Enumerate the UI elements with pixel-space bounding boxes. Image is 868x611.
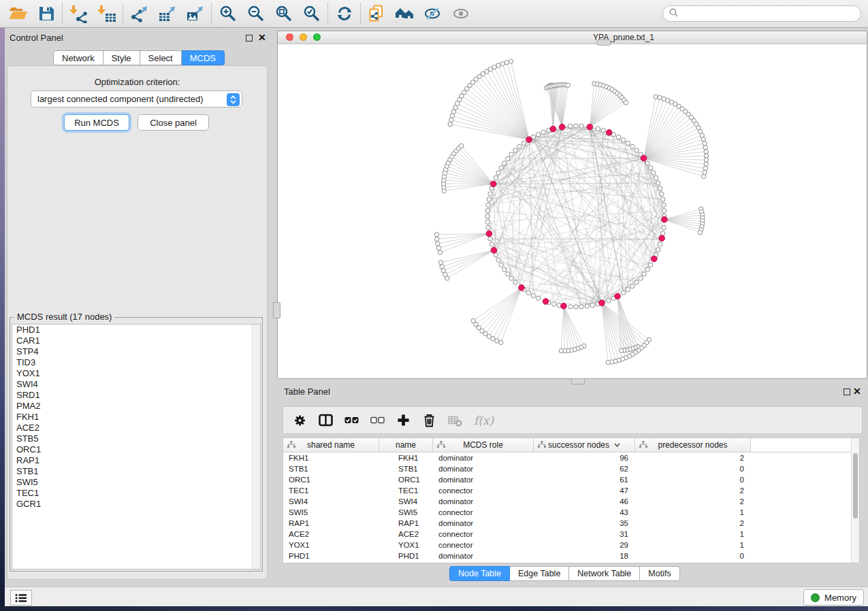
cell-shared-name: SWI5 [283,508,379,516]
table-row[interactable]: SWI5SWI5connector431 [283,507,859,518]
control-panel-close-icon[interactable]: ✕ [258,33,266,42]
save-session-icon[interactable] [32,2,60,25]
node-table: shared namenameMCDS rolesuccessor nodesp… [283,437,860,563]
zoom-selected-icon[interactable] [298,2,325,25]
mcds-result-item[interactable]: GCR1 [12,499,260,510]
deselect-all-icon[interactable] [370,413,385,428]
mcds-result-item[interactable]: SWI4 [12,379,260,390]
table-panel-close-icon[interactable]: ✕ [853,386,861,396]
table-row[interactable]: YOX1YOX1connector291 [283,540,859,550]
table-row[interactable]: RAP1RAP1dominator352 [283,518,859,529]
clone-network-icon[interactable] [363,2,391,25]
mcds-result-item[interactable]: SRD1 [12,390,260,401]
tab-node-table[interactable]: Node Table [449,566,510,581]
import-table-icon[interactable] [93,2,120,25]
zoom-out-icon[interactable] [242,2,270,25]
cell-mcds-role: dominator [433,552,534,560]
tab-select[interactable]: Select [140,50,182,65]
bottom-splitter-handle[interactable] [571,378,585,384]
column-header-name[interactable]: name [379,438,433,452]
zoom-traffic-light[interactable] [313,33,321,41]
column-header-mcds-role[interactable]: MCDS role [433,438,534,452]
mcds-list-scrollbar[interactable] [252,325,260,569]
table-row[interactable]: PHD1PHD1dominator180 [283,550,859,561]
mcds-result-item[interactable]: PMA2 [12,401,260,412]
tab-edge-table[interactable]: Edge Table [510,566,569,581]
column-header-successor-nodes[interactable]: successor nodes [534,438,635,452]
run-mcds-button[interactable]: Run MCDS [64,114,129,131]
search-input[interactable] [682,7,861,20]
hierarchy-icon [639,441,647,450]
mcds-result-list[interactable]: PHD1CAR1STP4TID3YOX1SWI4SRD1PMA2FKH1ACE2… [12,324,261,569]
mcds-result-title: MCDS result (17 nodes) [14,312,114,322]
function-builder-icon[interactable]: f(x) [474,413,494,428]
split-view-icon[interactable] [319,413,333,428]
table-row[interactable]: ORC1ORC1dominator610 [283,474,859,485]
memory-label: Memory [824,593,856,603]
table-scrollbar-thumb[interactable] [853,453,858,518]
table-row[interactable]: FKH1FKH1dominator962 [283,452,859,463]
mcds-result-item[interactable]: ACE2 [12,423,260,433]
table-panel-float-icon[interactable] [843,389,850,395]
mcds-result-item[interactable]: PHD1 [12,325,260,335]
search-box[interactable] [662,5,861,22]
cell-mcds-role: dominator [433,454,534,462]
network-canvas[interactable] [278,44,867,378]
mcds-result-item[interactable]: TID3 [12,357,260,368]
cell-name: SWI5 [379,508,433,516]
mcds-result-item[interactable]: ORC1 [12,444,260,455]
zoom-in-icon[interactable] [214,2,242,25]
mcds-result-item[interactable]: TEC1 [12,488,260,499]
tab-mcds[interactable]: MCDS [182,50,225,65]
tab-style[interactable]: Style [103,50,140,65]
table-row[interactable]: ACE2ACE2connector311 [283,529,859,540]
close-panel-button[interactable]: Close panel [138,114,209,131]
task-history-button[interactable] [10,590,32,606]
settings-icon[interactable] [293,413,307,428]
open-file-icon[interactable] [4,2,32,25]
add-column-icon[interactable] [396,413,411,428]
memory-button[interactable]: Memory [803,589,864,606]
import-network-icon[interactable] [65,2,93,25]
mcds-result-item[interactable]: STB5 [12,433,260,444]
table-scrollbar[interactable] [851,438,859,563]
tab-network[interactable]: Network [53,50,103,65]
tab-network-table[interactable]: Network Table [569,566,640,581]
mcds-result-item[interactable]: SWI5 [12,477,260,488]
panel-splitter-handle[interactable] [273,302,280,318]
mcds-result-item[interactable]: RAP1 [12,455,260,466]
cell-name: FKH1 [379,454,433,462]
table-row[interactable]: TEC1TEC1connector472 [283,485,859,496]
desktop-left-sliver [0,28,5,606]
column-header-predecessor-nodes[interactable]: predecessor nodes [635,438,751,452]
first-neighbors-icon[interactable] [391,2,419,25]
minimize-traffic-light[interactable] [300,33,307,41]
tab-motifs[interactable]: Motifs [640,566,679,581]
delete-column-icon[interactable] [422,413,436,428]
mcds-result-item[interactable]: FKH1 [12,412,260,423]
hide-selected-icon[interactable] [419,2,447,25]
export-table-icon[interactable] [153,2,181,25]
column-header-shared-name[interactable]: shared name [283,438,379,452]
mcds-result-item[interactable]: STB1 [12,466,260,477]
cell-successor-nodes: 31 [534,530,635,538]
table-row[interactable]: SWI4SWI4dominator462 [283,496,859,507]
export-network-icon[interactable] [125,2,153,25]
network-window-titlebar[interactable]: YPA_prune.txt_1 [278,31,867,44]
refresh-view-icon[interactable] [330,2,358,25]
export-image-icon[interactable] [181,2,209,25]
zoom-fit-icon[interactable] [270,2,298,25]
criterion-dropdown[interactable]: largest connected component (undirected) [31,90,242,108]
mcds-result-item[interactable]: CAR1 [12,335,260,346]
control-panel-float-icon[interactable] [246,35,253,42]
network-window: YPA_prune.txt_1 [277,31,867,379]
show-all-icon[interactable] [447,2,475,25]
select-all-icon[interactable] [344,413,359,428]
mcds-result-item[interactable]: STP4 [12,346,260,357]
close-traffic-light[interactable] [286,33,293,41]
delete-table-icon[interactable] [448,413,462,428]
top-splitter-handle[interactable] [597,39,611,46]
mcds-result-item[interactable]: YOX1 [12,368,260,379]
hierarchy-icon [437,441,445,450]
table-row[interactable]: STB1STB1dominator620 [283,463,859,474]
